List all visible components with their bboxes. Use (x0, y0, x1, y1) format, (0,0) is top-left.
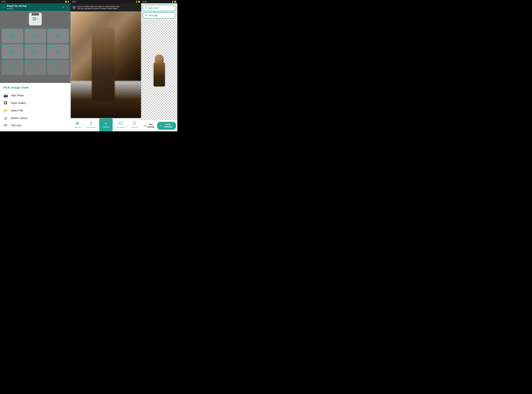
cell-add-icon-6: 🖼+ (55, 50, 61, 54)
sticker-cell-5[interactable]: 5 🖼+ (25, 44, 46, 59)
cell-add-icon-7: 🖼+ (10, 65, 16, 70)
open-gallery-label: Open Gallery (11, 102, 26, 104)
cell-add-icon-8: 🖼+ (32, 65, 38, 70)
sticker-cell-6[interactable]: 6 🖼+ (47, 44, 69, 59)
left-header: ← Pawri ho rhi hai ak1411 ↗ ⋮ (0, 3, 71, 11)
take-photo-option[interactable]: 📷 Take Photo (3, 92, 67, 99)
select-all-label: select all (74, 127, 81, 128)
cell-num-3: 3 (48, 30, 51, 32)
tray-icon-label: tray icon (32, 13, 39, 16)
person-body-preview (154, 62, 165, 87)
cut-square-icon (119, 121, 122, 126)
chat-title: Pawri ho rhi hai (7, 5, 60, 8)
sticker-cell-3[interactable]: 3 🖼+ (47, 29, 69, 43)
back-button[interactable]: ← (2, 5, 5, 9)
smart-select-btn[interactable]: Smart select (84, 118, 98, 131)
text-only-option[interactable]: 99 Text only (3, 122, 67, 129)
cell-add-icon-9: 🖼+ (55, 65, 61, 70)
cell-add-icon-5: 🖼+ (32, 50, 38, 54)
sticker-cutout (151, 54, 167, 87)
info-line1: Draw an outline with your finger to sele… (77, 5, 120, 7)
info-line2: You can use pinch-to-zoom to draw in bet… (77, 7, 118, 9)
pick-image-section: Pick image from 📷 Take Photo 🖼 Open Gall… (0, 83, 71, 131)
cell-num-7: 7 (3, 61, 5, 64)
svg-rect-5 (119, 122, 122, 124)
sticker-library-option[interactable]: 🗂 Sticker Library (3, 114, 67, 122)
cell-num-9: 9 (48, 61, 51, 64)
text-icon: T (145, 7, 147, 10)
right-panel: 18:04 🔋 📶 T ADD TEXT ✏ OUTLINE ✕ TRY AGA… (141, 0, 177, 131)
cell-num-2: 2 (26, 30, 28, 32)
right-time: 18:04 (142, 1, 147, 3)
gallery-icon: 🖼 (3, 101, 8, 105)
outline-button[interactable]: ✏ OUTLINE (142, 12, 176, 18)
cut-circle-btn[interactable]: Cut circle (128, 118, 141, 131)
chat-subtitle: ak1411 (7, 8, 60, 10)
cut-square-label: Cut square (117, 127, 125, 128)
share-icon[interactable]: ↗ (62, 5, 64, 9)
cell-num-4: 4 (3, 45, 5, 48)
toolbar-bottom: select all Smart select ✂ Freehand (71, 118, 141, 131)
svg-rect-2 (76, 124, 77, 125)
cut-square-btn[interactable]: Cut square (114, 118, 127, 131)
camera-icon: 📷 (3, 93, 8, 98)
save-sticker-button[interactable]: ✓ SAVE STICKER (157, 122, 176, 130)
middle-status-bar: 18:04 🔋 📶 (71, 0, 141, 3)
middle-panel: 18:04 🔋 📶 ℹ Draw an outline with your fi… (71, 0, 141, 131)
select-all-icon (76, 121, 79, 126)
left-status-icons: 📶 🔋 (65, 1, 69, 3)
title-block: Pawri ho rhi hai ak1411 (7, 5, 60, 10)
sticker-library-label: Sticker Library (11, 117, 28, 120)
tray-add-icon: 🖼+ (32, 17, 38, 21)
person-figure (92, 28, 115, 101)
cell-add-icon-3: 🖼+ (55, 34, 61, 38)
save-sticker-label: SAVE STICKER (162, 124, 174, 128)
left-time: 18:04 (1, 1, 5, 3)
outline-label: OUTLINE (148, 14, 158, 17)
cell-add-icon-4: 🖼+ (10, 50, 16, 54)
outline-icon: ✏ (145, 14, 147, 17)
svg-rect-3 (78, 124, 79, 125)
x-icon: ✕ (144, 124, 146, 127)
right-status-bar: 18:04 🔋 📶 (141, 0, 177, 3)
add-text-button[interactable]: T ADD TEXT (142, 5, 176, 11)
middle-status-icons: 🔋 📶 (136, 1, 140, 3)
freehand-label: Freehand (102, 126, 110, 128)
left-panel: 18:04 📶 🔋 ← Pawri ho rhi hai ak1411 ↗ ⋮ … (0, 0, 71, 131)
smart-select-label: Smart select (87, 127, 96, 128)
sticker-cell-1[interactable]: 1 🖼+ (2, 29, 23, 43)
select-all-btn[interactable]: select all (71, 118, 84, 131)
select-file-option[interactable]: 📁 Select File (3, 107, 67, 114)
middle-time: 18:04 (72, 1, 76, 3)
svg-point-4 (90, 122, 92, 124)
more-icon[interactable]: ⋮ (66, 5, 69, 9)
try-again-label: TRY AGAIN (147, 123, 154, 128)
sticker-cell-2[interactable]: 2 🖼+ (25, 29, 46, 43)
sticker-tray-main[interactable]: tray icon 🖼+ (29, 12, 42, 26)
sticker-cell-8[interactable]: 8 🖼+ (25, 60, 46, 75)
cell-num-5: 5 (26, 45, 28, 48)
open-gallery-option[interactable]: 🖼 Open Gallery (3, 99, 67, 107)
smart-select-icon (89, 121, 93, 126)
text-only-label: Text only (11, 124, 21, 127)
take-photo-label: Take Photo (11, 94, 24, 97)
right-status-icons: 🔋 📶 (172, 1, 176, 3)
freehand-btn[interactable]: ✂ Freehand (99, 118, 113, 131)
info-icon: ℹ (73, 6, 76, 9)
sticker-cell-7[interactable]: 7 🖼+ (2, 60, 23, 75)
tool-divider-2 (98, 121, 98, 129)
sticker-grid: 1 🖼+ 2 🖼+ 3 🖼+ 4 🖼+ 5 🖼+ 6 🖼+ (2, 29, 69, 75)
svg-point-6 (133, 122, 136, 124)
svg-rect-0 (76, 122, 77, 123)
image-canvas-area[interactable] (71, 11, 141, 118)
add-text-label: ADD TEXT (148, 7, 159, 9)
photo-canvas (71, 11, 141, 118)
try-again-button[interactable]: ✕ TRY AGAIN (142, 122, 156, 130)
sticker-preview-area (141, 20, 177, 120)
sticker-cell-4[interactable]: 4 🖼+ (2, 44, 23, 59)
folder-icon: 📁 (3, 109, 8, 113)
info-banner: ℹ Draw an outline with your finger to se… (71, 3, 141, 11)
sticker-cell-9[interactable]: 9 🖼+ (47, 60, 69, 75)
cut-circle-label: Cut circle (131, 127, 138, 128)
bottom-action-bar: ✕ TRY AGAIN ✓ SAVE STICKER (141, 120, 177, 131)
